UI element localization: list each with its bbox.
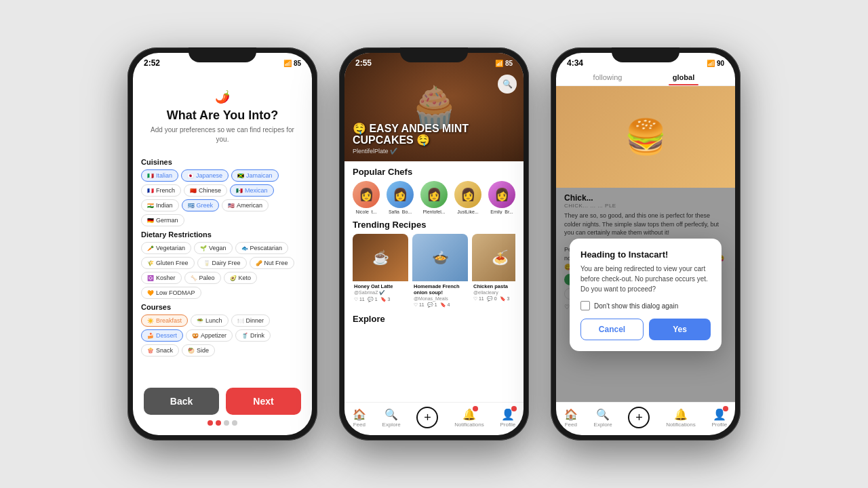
yes-button[interactable]: Yes: [649, 319, 711, 340]
tag-vegetarian[interactable]: 🥕Vegetarian: [141, 242, 191, 254]
explore-icon-3: 🔍: [596, 408, 610, 421]
recipe-card-1[interactable]: ☕ Honey Oat Latte @SabrinaZ ✔️ ♡ 11💬 1🔖 …: [353, 234, 408, 310]
chef-name-1: Nicole_t...: [355, 209, 376, 214]
dialog-checkbox-row: Don't show this dialog again: [580, 301, 711, 310]
notifications-icon-3: 🔔: [674, 408, 688, 421]
tag-indian[interactable]: 🇮🇳Indian: [141, 199, 179, 211]
recipe-card-3[interactable]: 🍝 Chicken pasta @ellacleary ♡ 11💬 0🔖 3: [472, 234, 515, 310]
dialog-title: Heading to Instacart!: [580, 249, 711, 260]
cancel-button[interactable]: Cancel: [580, 319, 644, 340]
preferences-footer: Back Next: [133, 381, 312, 435]
add-icon[interactable]: +: [416, 407, 438, 428]
tab-following[interactable]: following: [570, 73, 646, 85]
battery-label-1: 85: [294, 60, 301, 67]
phone-1-screen: 2:52 📶 85 🌶️ What Are You Into? Add your…: [133, 53, 312, 435]
tag-greek[interactable]: 🇬🇷Greek: [182, 199, 220, 211]
chef-name-4: JustLike...: [457, 209, 479, 214]
dialog-body: You are being redirected to view your ca…: [580, 264, 711, 294]
tag-nut-free[interactable]: 🥜Nut Free: [250, 257, 294, 269]
notification-badge: [473, 406, 478, 411]
tag-german[interactable]: 🇩🇪German: [141, 214, 184, 226]
preferences-header: 🌶️ What Are You Into? Add your preferenc…: [133, 70, 312, 150]
chef-item-3[interactable]: 👩 Plentofel...: [420, 181, 448, 214]
dont-show-label: Don't show this dialog again: [594, 302, 678, 310]
profile-icon-3: 👤: [713, 408, 726, 421]
nav-profile-label: Profile: [500, 422, 515, 428]
action-buttons: Back Next: [144, 388, 301, 415]
trending-row: ☕ Honey Oat Latte @SabrinaZ ✔️ ♡ 11💬 1🔖 …: [353, 234, 515, 310]
chef-item-5[interactable]: 👩 Emily_Br...: [488, 181, 515, 214]
phones-container: 2:52 📶 85 🌶️ What Are You Into? Add your…: [114, 34, 754, 454]
wifi-icon-2: 📶: [495, 60, 503, 67]
tag-dinner[interactable]: 🍽️Dinner: [231, 314, 271, 327]
chef-item[interactable]: 👩 Nicole_t...: [353, 181, 380, 214]
instacart-dialog: Heading to Instacart! You are being redi…: [570, 239, 722, 351]
nav-notifications[interactable]: 🔔 Notifications: [454, 408, 484, 428]
dont-show-checkbox[interactable]: [580, 301, 590, 310]
tag-pescatarian[interactable]: 🐟Pescatarian: [235, 242, 289, 254]
chef-avatar-3: 👩: [420, 181, 448, 208]
chef-name-2: Safia_Bo...: [389, 209, 412, 214]
nav-explore-3[interactable]: 🔍 Explore: [594, 408, 612, 428]
tag-chinese[interactable]: 🇨🇳Chinese: [184, 184, 227, 197]
tag-dessert[interactable]: 🍰Dessert: [141, 329, 183, 342]
tag-kosher[interactable]: ✡️Kosher: [141, 272, 182, 284]
tag-vegan[interactable]: 🌱Vegan: [194, 242, 233, 254]
nav-feed-3[interactable]: 🏠 Feed: [564, 408, 578, 428]
tab-global[interactable]: global: [646, 73, 722, 85]
recipe-info-2: Homemade French onion soup! @Monas_Meals…: [412, 281, 468, 310]
tag-mexican[interactable]: 🇲🇽Mexican: [230, 184, 274, 197]
tag-gluten-free[interactable]: 🌾Gluten Free: [141, 257, 195, 269]
preferences-subtitle: Add your preferences so we can find reci…: [144, 125, 301, 144]
p3-hero[interactable]: 🍔: [556, 86, 735, 188]
tag-italian[interactable]: 🇮🇹Italian: [141, 169, 178, 182]
feed-body: Popular Chefs 👩 Nicole_t... 👩 Safia_Bo..…: [344, 161, 524, 402]
profile-badge-3: [723, 406, 728, 411]
tag-lunch[interactable]: 🥗Lunch: [191, 314, 229, 327]
chef-avatar-2: 👩: [387, 181, 414, 208]
tag-dairy-free[interactable]: 🥛Dairy Free: [197, 257, 247, 269]
profile-icon: 👤: [501, 408, 515, 421]
nav-profile-3[interactable]: 👤 Profile: [711, 408, 727, 428]
battery-3: 90: [717, 60, 724, 67]
nav-notifications-3[interactable]: 🔔 Notifications: [666, 408, 696, 428]
dialog-overlay: Heading to Instacart! You are being redi…: [556, 188, 735, 402]
preferences-title: What Are You Into?: [144, 108, 301, 123]
dot-2: [216, 420, 221, 426]
tag-japanese[interactable]: 🇯🇵Japanese: [181, 169, 229, 182]
chef-name-3: Plentofel...: [422, 209, 445, 214]
wifi-icon-3: 📶: [707, 60, 715, 67]
hero-content: 🤤 EASY ANDES MINT CUPCAKES 🤤 PlentifelPl…: [353, 123, 496, 155]
tag-paleo[interactable]: 🦴Paleo: [184, 272, 221, 284]
nav-profile-label-3: Profile: [711, 422, 727, 428]
search-button[interactable]: 🔍: [498, 75, 517, 94]
nav-profile[interactable]: 👤 Profile: [500, 408, 515, 428]
tag-french[interactable]: 🇫🇷French: [141, 184, 181, 197]
tag-side[interactable]: 🥙Side: [182, 344, 215, 357]
tag-appetizer[interactable]: 🥨Appetizer: [186, 329, 233, 342]
nav-explore[interactable]: 🔍 Explore: [382, 408, 401, 428]
time-3: 4:34: [567, 58, 583, 68]
tag-american[interactable]: 🇺🇸American: [222, 199, 269, 211]
tag-breakfast[interactable]: ☀️Breakfast: [141, 314, 188, 327]
dialog-buttons: Cancel Yes: [580, 319, 711, 340]
next-button[interactable]: Next: [226, 388, 301, 415]
tag-jamaican[interactable]: 🇯🇲Jamaican: [231, 169, 279, 182]
chef-item-2[interactable]: 👩 Safia_Bo...: [387, 181, 414, 214]
tag-low-fodmap[interactable]: 🧡Low FODMAP: [141, 287, 201, 299]
nav-add-3[interactable]: +: [628, 407, 650, 428]
add-icon-3[interactable]: +: [628, 407, 650, 428]
nav-feed-label: Feed: [353, 422, 366, 428]
courses-label: Courses: [141, 303, 304, 311]
tag-keto[interactable]: 🥑Keto: [224, 272, 258, 284]
nav-feed[interactable]: 🏠 Feed: [353, 408, 366, 428]
tag-drink[interactable]: 🥤Drink: [235, 329, 271, 342]
back-button[interactable]: Back: [144, 388, 219, 415]
nav-add[interactable]: +: [416, 407, 438, 428]
chef-item-4[interactable]: 👩 JustLike...: [454, 181, 481, 214]
profile-badge: [511, 406, 517, 411]
recipe-card-2[interactable]: 🍲 Homemade French onion soup! @Monas_Mea…: [412, 234, 468, 310]
dot-4: [232, 420, 237, 426]
feed-tabs: following global: [556, 70, 735, 86]
tag-snack[interactable]: 🍿Snack: [141, 344, 179, 357]
